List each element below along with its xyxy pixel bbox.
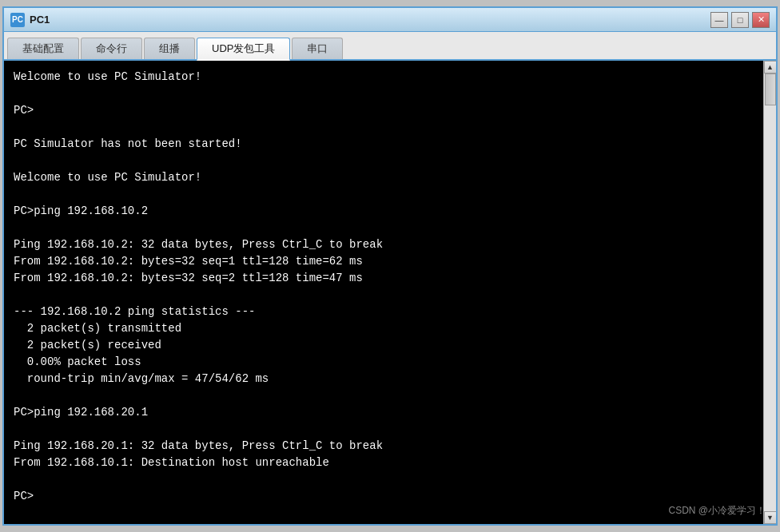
- title-bar: PC PC1 — □ ✕: [4, 8, 776, 32]
- tab-udp-tool[interactable]: UDP发包工具: [197, 38, 290, 61]
- scroll-up-button[interactable]: ▲: [764, 61, 777, 73]
- terminal-output[interactable]: Welcome to use PC Simulator! PC> PC Simu…: [4, 61, 763, 524]
- tab-multicast[interactable]: 组播: [144, 38, 195, 59]
- window-icon: PC: [10, 13, 25, 27]
- watermark: CSDN @小冷爱学习！: [668, 504, 766, 518]
- main-content: Welcome to use PC Simulator! PC> PC Simu…: [4, 61, 776, 524]
- scrollbar[interactable]: ▲ ▼: [763, 61, 776, 524]
- title-buttons: — □ ✕: [710, 12, 770, 28]
- window-title: PC1: [30, 14, 50, 26]
- tab-basic-config[interactable]: 基础配置: [7, 38, 79, 59]
- title-bar-left: PC PC1: [10, 13, 50, 27]
- close-button[interactable]: ✕: [752, 12, 770, 28]
- scroll-track: [764, 73, 776, 511]
- maximize-button[interactable]: □: [731, 12, 749, 28]
- tabs-bar: 基础配置 命令行 组播 UDP发包工具 串口: [4, 32, 776, 61]
- main-window: PC PC1 — □ ✕ 基础配置 命令行 组播 UDP发包工具 串口 Welc…: [2, 6, 778, 526]
- minimize-button[interactable]: —: [710, 12, 728, 28]
- tab-serial[interactable]: 串口: [292, 38, 343, 59]
- scroll-thumb[interactable]: [765, 73, 776, 105]
- tab-command-line[interactable]: 命令行: [81, 38, 142, 59]
